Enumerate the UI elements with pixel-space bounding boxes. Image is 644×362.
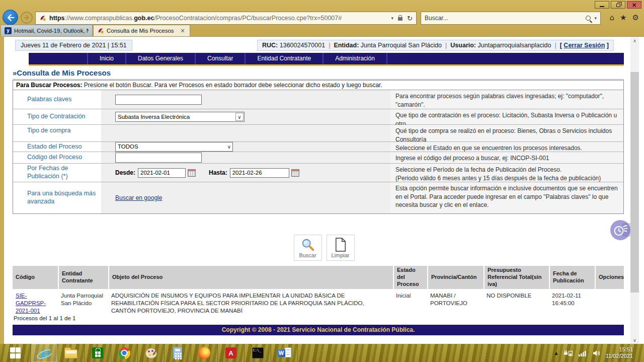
- tab-strip: y Hotmail, Covid-19, Outlook, N... Consu…: [1, 25, 190, 36]
- taskbar-clock[interactable]: 15:51 11/02/2021: [606, 346, 633, 359]
- word-icon: W: [278, 347, 291, 359]
- advanced-search-desc: Esta opción permite buscar información e…: [390, 182, 623, 213]
- nav-item-administracion[interactable]: Administración: [324, 53, 387, 64]
- ruc-value: 1360024570001: [280, 42, 325, 49]
- google-search-link[interactable]: Buscar en google: [115, 194, 162, 201]
- publish-dates-desc: Seleccione el Período de la fecha de Pub…: [390, 164, 623, 182]
- date-from-label: Desde:: [115, 169, 135, 176]
- limpiar-button[interactable]: Limpiar: [327, 235, 355, 261]
- results-table: Código Entidad Contratante Objeto del Pr…: [13, 266, 624, 317]
- process-state-select[interactable]: TODOS∨: [115, 142, 233, 152]
- taskbar-item-file-explorer[interactable]: [58, 344, 85, 362]
- table-row: SIE-GADPRSP-2021-001 Junta Parroquial Sa…: [13, 289, 624, 317]
- search-bar[interactable]: ▾: [421, 12, 601, 25]
- calendar-icon[interactable]: [291, 169, 299, 177]
- site-favicon-icon: [97, 27, 104, 34]
- process-code-input[interactable]: [115, 153, 202, 163]
- close-icon: ×: [631, 2, 636, 8]
- logout-link[interactable]: Cerrar Sesión: [564, 42, 605, 49]
- home-icon[interactable]: ⌂: [610, 14, 615, 22]
- security-lock-icon[interactable]: [398, 17, 403, 21]
- taskbar-item-chrome[interactable]: [111, 344, 138, 362]
- minimize-button[interactable]: [595, 1, 609, 9]
- tools-gear-icon[interactable]: ⚙: [632, 14, 639, 22]
- cell-presupuesto: NO DISPONIBLE: [484, 289, 549, 317]
- command-prompt-icon: C:\_: [252, 347, 264, 358]
- taskbar-item-calculator[interactable]: [165, 344, 191, 362]
- browser-action-icons: ⌂ ★ ⚙: [610, 14, 639, 22]
- search-input[interactable]: [425, 15, 586, 22]
- search-caret-icon[interactable]: ▾: [594, 16, 597, 21]
- date-to-input[interactable]: [230, 168, 289, 178]
- taskbar-item-microsoft-store[interactable]: [85, 344, 111, 362]
- chevron-down-icon: ∨: [235, 113, 244, 121]
- volume-icon[interactable]: [593, 350, 600, 356]
- col-provincia: Provincia/Cantón: [427, 266, 484, 289]
- session-info-box: RUC: 1360024570001 | Entidad: Junta Parr…: [257, 40, 614, 51]
- process-code-link[interactable]: SIE-GADPRSP-2021-001: [16, 293, 46, 314]
- refresh-icon[interactable]: ↻: [407, 15, 413, 22]
- buscar-button[interactable]: Buscar: [294, 235, 322, 261]
- keywords-input[interactable]: [115, 95, 202, 105]
- tab-hotmail[interactable]: y Hotmail, Covid-19, Outlook, N...: [1, 25, 93, 36]
- pagination-status: Procesos del 1 al 1 de 1: [14, 315, 75, 321]
- tab-consulta-procesos[interactable]: Consulta de Mis Procesos ×: [93, 25, 190, 36]
- cell-estado: Inicial: [393, 289, 427, 317]
- taskbar-item-acrobat[interactable]: A: [218, 344, 245, 362]
- date-from-input[interactable]: [138, 168, 186, 178]
- row-codigo-proceso: Código del Proceso Ingrese el código del…: [13, 152, 623, 163]
- col-opciones: Opciones: [595, 266, 624, 289]
- magnifier-icon: [301, 238, 315, 252]
- nav-item-entidad-contratante[interactable]: Entidad Contratante: [246, 53, 324, 64]
- close-button[interactable]: ×: [627, 1, 641, 9]
- start-button[interactable]: [0, 344, 31, 362]
- nav-item-datos-generales[interactable]: Datos Generales: [126, 53, 196, 64]
- restore-button[interactable]: [611, 1, 625, 9]
- date-to-label: Hasta:: [209, 169, 227, 176]
- chrome-icon: [119, 347, 130, 359]
- purchase-type-empty: [101, 125, 390, 141]
- search-icon[interactable]: [586, 16, 591, 21]
- nav-item-inicio[interactable]: Inicio: [88, 53, 126, 64]
- calendar-icon[interactable]: [188, 169, 196, 177]
- address-bar[interactable]: https://www.compraspublicas.gob.ec/Proce…: [35, 12, 417, 25]
- col-codigo: Código: [13, 266, 58, 289]
- contract-type-select[interactable]: Subasta Inversa Electrónica∨: [115, 112, 245, 122]
- scrollbar-thumb[interactable]: [630, 72, 639, 293]
- user-value: Juntaparroquialsanplacido: [478, 42, 551, 49]
- network-signal-icon[interactable]: [579, 350, 587, 356]
- vertical-scrollbar[interactable]: ∧ ∨: [630, 37, 639, 344]
- firefox-icon: [198, 347, 210, 359]
- battery-icon[interactable]: [564, 350, 573, 356]
- nav-item-consultar[interactable]: Consultar: [196, 53, 246, 64]
- contract-type-desc: Que tipo de contratación es el proceso: …: [390, 109, 623, 124]
- copyright-footer: Copyright © 2008 - 2021 Servicio Naciona…: [13, 325, 624, 335]
- minimize-icon: [600, 6, 604, 7]
- keywords-label: Palabras claves: [13, 90, 101, 109]
- screen: × https://www.compraspublicas.gob.ec/Pro…: [0, 0, 644, 362]
- scrollbar-down-button[interactable]: ∨: [630, 336, 639, 344]
- clock-date: 11/02/2021: [606, 353, 633, 359]
- limpiar-label: Limpiar: [331, 252, 349, 258]
- favorites-star-icon[interactable]: ★: [620, 14, 626, 22]
- tray-expand-icon[interactable]: ▲: [555, 351, 558, 355]
- scrollbar-up-button[interactable]: ∧: [630, 37, 639, 45]
- window-controls: ×: [595, 1, 641, 9]
- taskbar-item-command-prompt[interactable]: C:\_: [245, 344, 271, 362]
- tab-close-icon[interactable]: ×: [179, 27, 186, 34]
- autocomplete-caret-icon[interactable]: ▾: [391, 16, 394, 21]
- forward-button[interactable]: [21, 12, 33, 24]
- row-fechas-publicacion: Por Fechas de Publicación (*) Desde: Has…: [13, 163, 623, 182]
- taskbar-item-internet-explorer[interactable]: e: [31, 344, 58, 362]
- back-button[interactable]: [3, 10, 18, 25]
- chevron-down-icon: ∨: [227, 143, 231, 151]
- taskbar-item-firefox[interactable]: [191, 344, 218, 362]
- col-fecha: Fecha de Publicación: [549, 266, 595, 289]
- col-entidad: Entidad Contratante: [58, 266, 108, 289]
- taskbar-item-paint[interactable]: [138, 344, 165, 362]
- tab-title: Consulta de Mis Procesos: [107, 28, 179, 34]
- quick-clock-button[interactable]: [610, 220, 630, 240]
- calculator-icon: [173, 347, 182, 359]
- taskbar-items: e A C:\_: [0, 344, 644, 362]
- taskbar-item-word[interactable]: W: [271, 344, 298, 362]
